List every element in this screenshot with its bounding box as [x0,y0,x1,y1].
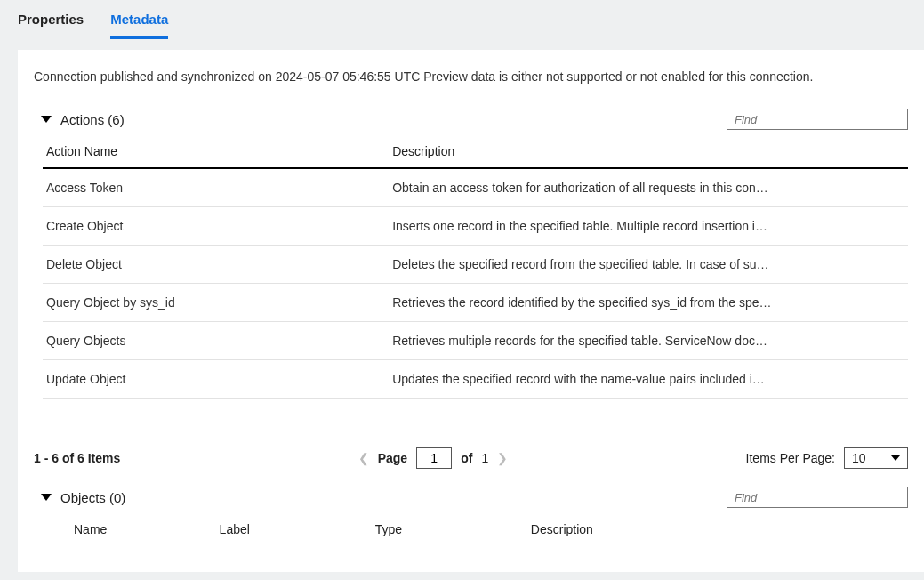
table-row[interactable]: Query Objects Retrieves multiple records… [43,322,908,360]
pager-page-input[interactable] [416,447,452,469]
pager-page-label: Page [378,451,407,465]
objects-find-input[interactable] [727,487,908,508]
action-name: Create Object [43,207,389,246]
action-desc: Updates the specified record with the na… [389,360,908,399]
table-row[interactable]: Access Token Obtain an access token for … [43,168,908,207]
actions-find-input[interactable] [727,109,908,130]
objects-col-type[interactable]: Type [372,513,527,545]
pager-next-icon[interactable]: ❯ [497,451,508,465]
action-desc: Deletes the specified record from the sp… [389,246,908,284]
action-desc: Inserts one record in the specified tabl… [389,207,908,246]
pager-range: 1 - 6 of 6 Items [34,451,120,465]
status-text: Connection published and synchronized on… [34,69,908,84]
pager-of-label: of [461,451,472,465]
actions-col-name[interactable]: Action Name [43,135,389,168]
tab-bar: Properties Metadata [0,0,924,39]
pager: 1 - 6 of 6 Items ❮ Page of 1 ❯ Items Per… [34,447,908,469]
actions-col-desc[interactable]: Description [389,135,908,168]
action-name: Query Objects [43,322,389,360]
tab-properties[interactable]: Properties [18,0,84,39]
table-row[interactable]: Update Object Updates the specified reco… [43,360,908,399]
objects-col-desc[interactable]: Description [527,513,908,545]
content-panel: Connection published and synchronized on… [18,50,924,572]
action-name: Access Token [43,168,389,207]
pager-ipp-value: 10 [852,451,866,465]
pager-total-pages: 1 [481,451,488,465]
chevron-down-icon [891,455,900,461]
objects-collapse-icon[interactable] [41,494,52,501]
action-name: Update Object [43,360,389,399]
table-row[interactable]: Create Object Inserts one record in the … [43,207,908,246]
pager-prev-icon[interactable]: ❮ [358,451,369,465]
objects-table: Name Label Type Description [43,513,908,545]
tab-metadata[interactable]: Metadata [110,0,168,39]
actions-table: Action Name Description Access Token Obt… [43,135,908,399]
pager-ipp-label: Items Per Page: [746,451,835,465]
pager-ipp-select[interactable]: 10 [844,447,908,469]
action-name: Query Object by sys_id [43,284,389,322]
objects-section-header: Objects (0) [34,487,908,508]
objects-col-name[interactable]: Name [43,513,216,545]
action-desc: Obtain an access token for authorization… [389,168,908,207]
actions-section-header: Actions (6) [34,109,908,130]
table-row[interactable]: Delete Object Deletes the specified reco… [43,246,908,284]
objects-col-label[interactable]: Label [216,513,372,545]
table-row[interactable]: Query Object by sys_id Retrieves the rec… [43,284,908,322]
action-desc: Retrieves multiple records for the speci… [389,322,908,360]
actions-title: Actions (6) [60,112,125,127]
actions-collapse-icon[interactable] [41,116,52,123]
action-desc: Retrieves the record identified by the s… [389,284,908,322]
objects-title: Objects (0) [60,490,125,505]
action-name: Delete Object [43,246,389,284]
